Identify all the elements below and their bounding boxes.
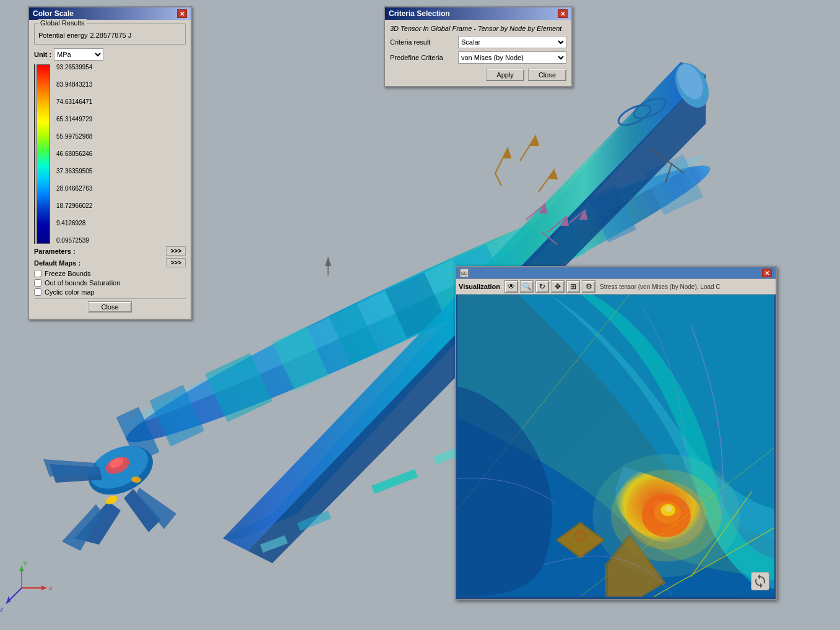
freeze-bounds-row: Freeze Bounds [34, 270, 186, 277]
criteria-result-label: Criteria result [390, 38, 458, 46]
color-scale-titlebar[interactable]: Color Scale ✕ [29, 7, 191, 20]
criteria-panel-close-btn[interactable]: ✕ [558, 9, 568, 18]
svg-text:y: y [24, 559, 27, 566]
freeze-bounds-checkbox[interactable] [34, 270, 41, 277]
viz-options-btn[interactable]: ⚙ [582, 280, 595, 293]
out-of-bounds-label: Out of bounds Saturation [45, 279, 120, 287]
predefine-criteria-label: Predefine Criteria [390, 54, 458, 61]
viz-select-btn[interactable]: ✥ [551, 280, 565, 293]
default-maps-label: Default Maps : [34, 259, 80, 267]
default-maps-expand-btn[interactable]: >>> [166, 258, 186, 267]
scale-value-0: 93.26539954 [56, 64, 92, 71]
default-maps-row: Default Maps : >>> [34, 258, 186, 267]
color-bar [37, 64, 50, 244]
scale-bar-container [34, 64, 50, 244]
global-results-group: Global Results Potential energy 2.285778… [34, 24, 186, 45]
visualization-window: SD ✕ Visualization 👁 🔍 ↻ ✥ ⊞ ⚙ Stress te… [455, 266, 777, 600]
viz-close-btn[interactable]: ✕ [762, 269, 772, 277]
parameters-expand-btn[interactable]: >>> [166, 246, 186, 256]
viz-fit-btn[interactable]: ⊞ [566, 280, 580, 293]
scale-value-6: 37.36359505 [56, 168, 92, 175]
potential-energy-label: Potential energy [38, 32, 88, 39]
viz-title-left: SD [460, 269, 469, 277]
viz-toolbar: Visualization 👁 🔍 ↻ ✥ ⊞ ⚙ Stress tensor … [456, 279, 776, 295]
unit-label: Unit : [34, 51, 51, 58]
criteria-buttons-row: Apply Close [390, 69, 566, 81]
scale-value-3: 65.31449729 [56, 116, 92, 123]
scale-value-5: 46.68056246 [56, 151, 92, 157]
criteria-result-select[interactable]: Scalar Vector Tensor [458, 36, 566, 48]
viz-titlebar[interactable]: SD ✕ [456, 267, 776, 279]
scale-value-1: 83.94843213 [56, 82, 92, 88]
scale-value-8: 18.72966022 [56, 203, 92, 209]
parameters-label: Parameters : [34, 248, 76, 255]
viz-status-text: Stress tensor (von Mises (by Node), Load… [600, 283, 773, 290]
parameters-row: Parameters : >>> [34, 246, 186, 256]
svg-text:z: z [0, 605, 4, 613]
viz-eye-btn[interactable]: 👁 [504, 280, 518, 293]
freeze-bounds-label: Freeze Bounds [45, 270, 91, 277]
svg-text:x: x [49, 584, 53, 592]
criteria-selection-panel: Criteria Selection ✕ 3D Tensor In Global… [384, 6, 573, 87]
out-of-bounds-checkbox[interactable] [34, 279, 41, 287]
criteria-apply-btn[interactable]: Apply [486, 69, 524, 81]
scale-value-7: 28.04662763 [56, 186, 92, 192]
color-scale-title: Color Scale [33, 9, 74, 18]
viz-icon: SD [460, 269, 469, 277]
color-scale-close-button[interactable]: Close [88, 301, 131, 313]
scale-value-9: 9.4126928 [56, 220, 92, 227]
cyclic-color-label: Cyclic color map [45, 288, 95, 296]
color-scale-bottom-row: Close [34, 298, 186, 315]
criteria-description: 3D Tensor In Global Frame - Tensor by No… [390, 25, 566, 32]
unit-row: Unit : MPa Pa kPa GPa [34, 48, 186, 61]
viz-rotate-btn[interactable]: ↻ [535, 280, 549, 293]
criteria-titlebar[interactable]: Criteria Selection ✕ [385, 7, 571, 20]
criteria-title: Criteria Selection [389, 9, 450, 18]
criteria-close-btn[interactable]: Close [528, 69, 566, 81]
cyclic-color-checkbox[interactable] [34, 288, 41, 296]
potential-energy-value: 2.28577875 J [90, 32, 132, 39]
global-results-title: Global Results [38, 19, 87, 27]
predefine-criteria-row: Predefine Criteria von Mises (by Node) T… [390, 51, 566, 64]
cyclic-color-row: Cyclic color map [34, 288, 186, 296]
criteria-result-row: Criteria result Scalar Vector Tensor [390, 36, 566, 48]
predefine-criteria-select[interactable]: von Mises (by Node) Tresca Max Principal… [458, 51, 566, 64]
viz-toolbar-label: Visualization [459, 283, 500, 290]
scale-bar-area: 93.26539954 83.94843213 74.63146471 65.3… [34, 64, 186, 244]
viz-zoom-btn[interactable]: 🔍 [520, 280, 534, 293]
unit-select[interactable]: MPa Pa kPa GPa [54, 48, 103, 61]
scale-value-2: 74.63146471 [56, 99, 92, 105]
scene-rotate-icon[interactable] [751, 572, 769, 590]
scale-values: 93.26539954 83.94843213 74.63146471 65.3… [54, 64, 92, 244]
scale-value-10: 0.09572539 [56, 238, 92, 244]
color-scale-panel: Color Scale ✕ Global Results Potential e… [28, 6, 192, 320]
viz-viewport[interactable] [456, 295, 776, 597]
color-scale-close-btn[interactable]: ✕ [177, 9, 187, 18]
scale-value-4: 55.99752988 [56, 134, 92, 140]
scale-bar-line [34, 64, 35, 244]
out-of-bounds-row: Out of bounds Saturation [34, 279, 186, 287]
potential-energy-row: Potential energy 2.28577875 J [38, 32, 181, 39]
main-viewport: x y z Color Scale ✕ Global Results Poten… [0, 0, 840, 630]
